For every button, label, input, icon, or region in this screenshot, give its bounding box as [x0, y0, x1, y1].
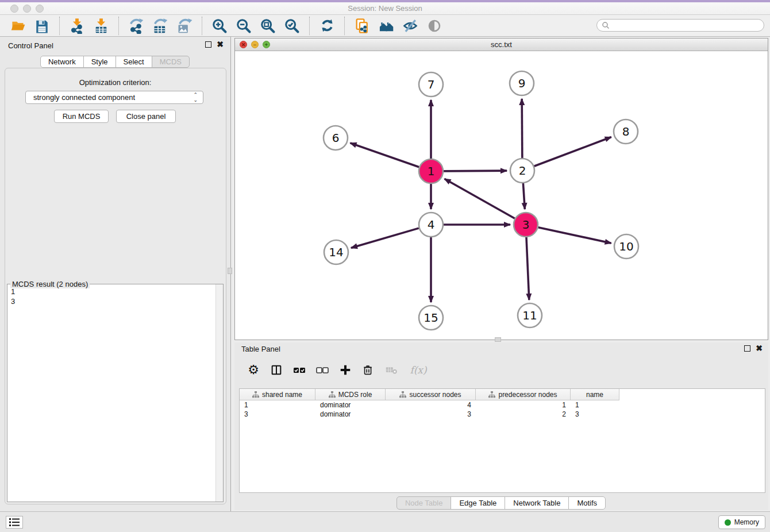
toolbar-separator: [344, 17, 345, 35]
export-network-icon[interactable]: [126, 16, 146, 36]
tab-motifs[interactable]: Motifs: [568, 496, 606, 510]
column-header-name[interactable]: name: [571, 389, 619, 400]
zoom-fit-icon[interactable]: [258, 16, 278, 36]
table-cell[interactable]: 3: [240, 410, 315, 419]
save-session-icon[interactable]: [32, 16, 52, 36]
list-icon: [9, 518, 20, 526]
graph-node[interactable]: 14: [324, 240, 348, 264]
search-field[interactable]: [596, 19, 764, 32]
mcds-result-box: 1 3: [7, 284, 224, 502]
export-image-icon[interactable]: [175, 16, 194, 36]
graph-node[interactable]: 8: [614, 119, 638, 144]
mcds-result-list[interactable]: 1 3: [11, 287, 15, 306]
graph-node[interactable]: 9: [510, 71, 534, 95]
table-cell[interactable]: 1: [571, 400, 619, 410]
column-header-successor-nodes[interactable]: successor nodes: [386, 389, 476, 400]
table-row[interactable]: 1dominator411: [240, 400, 765, 410]
network-window-titlebar[interactable]: ✕ − + scc.txt: [235, 38, 768, 51]
graph-node[interactable]: 3: [514, 213, 538, 237]
graph-node[interactable]: 10: [614, 234, 638, 259]
graph-edge[interactable]: [444, 171, 507, 171]
column-header-shared-name[interactable]: shared name: [240, 389, 315, 400]
apply-layout-icon[interactable]: [317, 16, 337, 36]
table-cell[interactable]: 1: [240, 400, 315, 410]
memory-label: Memory: [734, 518, 759, 526]
column-header-mcds-role[interactable]: MCDS role: [315, 389, 386, 400]
optimization-criterion-select[interactable]: strongly connected component ⌃⌄: [25, 91, 203, 104]
graph-node[interactable]: 1: [419, 159, 443, 183]
float-panel-icon[interactable]: [744, 345, 750, 352]
tab-network-table[interactable]: Network Table: [505, 496, 569, 510]
import-network-icon[interactable]: [67, 16, 87, 36]
table-cell[interactable]: dominator: [315, 410, 386, 419]
mcds-result-title: MCDS result (2 nodes): [10, 280, 90, 288]
memory-button[interactable]: Memory: [718, 515, 765, 529]
table-cell[interactable]: 3: [571, 410, 619, 419]
splitter-handle-horizontal[interactable]: [495, 337, 501, 342]
graph-node[interactable]: 6: [324, 126, 348, 150]
table-cell[interactable]: 1: [476, 400, 571, 410]
graph-node-label: 6: [332, 131, 340, 145]
select-all-rows-icon[interactable]: [292, 363, 307, 377]
network-canvas[interactable]: 7968124314101511: [235, 51, 768, 340]
toolbar-separator: [118, 17, 119, 35]
search-input[interactable]: [610, 20, 764, 30]
duplicate-network-icon[interactable]: [352, 16, 372, 36]
deselect-all-rows-icon[interactable]: [315, 363, 330, 377]
table-cell[interactable]: 4: [386, 400, 476, 410]
status-bar: Memory: [0, 511, 770, 532]
graph-edge[interactable]: [534, 137, 611, 167]
style-preview-toggle-icon[interactable]: [401, 16, 420, 36]
graph-edge[interactable]: [350, 143, 419, 167]
close-panel-icon[interactable]: ✖: [756, 345, 763, 352]
zoom-out-icon[interactable]: [234, 16, 253, 36]
zoom-selected-icon[interactable]: [282, 16, 302, 36]
graph-node[interactable]: 7: [419, 72, 443, 97]
export-table-icon[interactable]: [151, 16, 170, 36]
splitter-handle-vertical[interactable]: [228, 268, 232, 274]
split-columns-icon[interactable]: [269, 363, 284, 377]
run-mcds-button[interactable]: Run MCDS: [54, 110, 109, 123]
function-builder-icon[interactable]: f(x): [407, 363, 430, 377]
import-table-icon[interactable]: [91, 16, 111, 36]
graph-edge[interactable]: [538, 228, 611, 244]
close-panel-button[interactable]: Close panel: [116, 110, 176, 123]
table-cell[interactable]: dominator: [315, 400, 386, 410]
graph-node[interactable]: 15: [419, 306, 443, 330]
graph-edge[interactable]: [445, 179, 515, 218]
table-cell[interactable]: 3: [386, 410, 476, 419]
home-icon[interactable]: [376, 16, 396, 36]
graph-node-label: 15: [424, 311, 438, 325]
tab-mcds[interactable]: MCDS: [152, 56, 190, 68]
tab-select[interactable]: Select: [116, 56, 152, 68]
table-toolbar: ⚙ f(x): [239, 358, 430, 381]
table-row[interactable]: 3dominator323: [240, 410, 765, 419]
result-scrollbar[interactable]: [215, 284, 223, 502]
task-history-button[interactable]: [6, 516, 23, 529]
graph-edge[interactable]: [522, 99, 522, 158]
tab-edge-table[interactable]: Edge Table: [451, 496, 505, 510]
zoom-in-icon[interactable]: [210, 16, 229, 36]
toolbar-separator: [59, 17, 60, 35]
graph-node-label: 9: [518, 76, 526, 90]
graph-node[interactable]: 2: [510, 159, 534, 183]
graph-edge[interactable]: [523, 183, 525, 209]
graph-edge[interactable]: [351, 228, 419, 248]
graph-edge[interactable]: [526, 237, 529, 300]
table-settings-icon[interactable]: ⚙: [246, 363, 261, 377]
delete-table-icon[interactable]: [384, 363, 399, 377]
close-panel-icon[interactable]: ✖: [217, 41, 224, 48]
graph-node[interactable]: 11: [518, 303, 542, 327]
delete-row-icon[interactable]: [361, 363, 376, 377]
tab-node-table[interactable]: Node Table: [396, 496, 452, 510]
tab-network[interactable]: Network: [40, 56, 84, 68]
graph-node[interactable]: 4: [419, 213, 443, 237]
add-row-icon[interactable]: [338, 363, 353, 377]
graph-node-label: 4: [428, 218, 435, 232]
column-header-predecessor-nodes[interactable]: predecessor nodes: [476, 389, 571, 400]
tab-style[interactable]: Style: [83, 56, 116, 68]
float-panel-icon[interactable]: [205, 41, 211, 48]
open-file-icon[interactable]: [8, 16, 28, 36]
table-cell[interactable]: 2: [476, 410, 571, 419]
graphics-details-icon[interactable]: [425, 16, 444, 36]
